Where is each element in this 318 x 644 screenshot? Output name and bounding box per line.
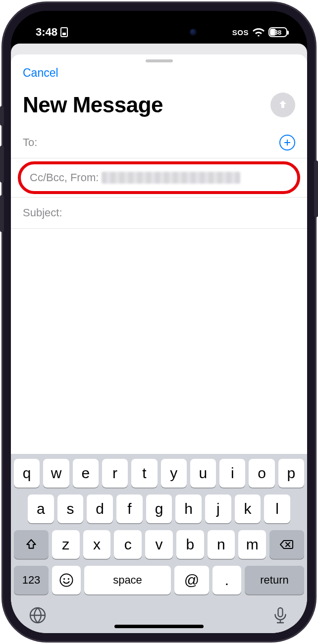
key-v[interactable]: v: [145, 530, 173, 559]
key-y[interactable]: y: [161, 459, 187, 488]
key-q[interactable]: q: [14, 459, 40, 488]
volume-up-button: [0, 146, 4, 183]
key-a[interactable]: a: [28, 495, 54, 523]
dictation-key[interactable]: [271, 606, 289, 626]
sos-indicator: SOS: [232, 28, 249, 37]
key-o[interactable]: o: [249, 459, 274, 488]
cancel-button[interactable]: Cancel: [23, 66, 58, 79]
return-key[interactable]: return: [245, 566, 304, 594]
key-n[interactable]: n: [208, 530, 235, 559]
to-field[interactable]: To:: [11, 127, 307, 158]
key-i[interactable]: i: [219, 459, 245, 488]
backspace-key[interactable]: [269, 530, 304, 559]
key-j[interactable]: j: [205, 495, 231, 523]
globe-key[interactable]: [29, 606, 47, 626]
front-camera: [190, 29, 197, 36]
ccbcc-label: Cc/Bcc, From:: [30, 171, 99, 184]
battery-icon: 38: [268, 27, 287, 37]
to-label: To:: [23, 136, 37, 149]
shift-key[interactable]: [14, 530, 49, 559]
volume-down-button: [0, 195, 4, 232]
svg-point-0: [60, 574, 73, 587]
key-t[interactable]: t: [131, 459, 157, 488]
send-button[interactable]: [270, 93, 295, 117]
key-r[interactable]: r: [102, 459, 128, 488]
space-key[interactable]: space: [84, 566, 171, 594]
key-e[interactable]: e: [73, 459, 99, 488]
key-c[interactable]: c: [114, 530, 142, 559]
key-d[interactable]: d: [87, 495, 113, 523]
key-h[interactable]: h: [175, 495, 202, 523]
key-m[interactable]: m: [238, 530, 266, 559]
key-x[interactable]: x: [83, 530, 111, 559]
status-time: 3:48: [36, 26, 57, 39]
at-key[interactable]: @: [174, 566, 209, 594]
subject-field[interactable]: Subject:: [11, 197, 307, 229]
svg-rect-4: [278, 608, 283, 617]
svg-point-1: [63, 578, 65, 580]
from-email-redacted: [102, 172, 240, 184]
compose-sheet: Cancel New Message To: Cc/Bcc, From:: [11, 54, 307, 633]
key-p[interactable]: p: [278, 459, 304, 488]
home-indicator[interactable]: [114, 625, 204, 628]
message-body[interactable]: [11, 229, 307, 454]
svg-point-2: [68, 578, 69, 580]
key-b[interactable]: b: [176, 530, 204, 559]
add-contact-button[interactable]: [279, 135, 295, 150]
iphone-frame: 3:48 SOS 38 Cancel New Message: [2, 2, 316, 642]
dual-sim-icon: [60, 27, 68, 37]
key-s[interactable]: s: [57, 495, 84, 523]
screen: 3:48 SOS 38 Cancel New Message: [11, 11, 307, 633]
side-button: [0, 106, 4, 126]
numbers-key[interactable]: 123: [14, 566, 49, 594]
emoji-key[interactable]: [52, 566, 81, 594]
subject-label: Subject:: [23, 206, 62, 219]
keyboard: qwertyuiop asdfghjkl zxcvbnm 123: [11, 454, 307, 633]
ccbcc-from-field[interactable]: Cc/Bcc, From:: [21, 164, 297, 191]
key-g[interactable]: g: [146, 495, 172, 523]
ccbcc-highlight: Cc/Bcc, From:: [18, 161, 300, 194]
compose-title: New Message: [23, 93, 163, 117]
key-u[interactable]: u: [190, 459, 216, 488]
key-f[interactable]: f: [116, 495, 143, 523]
key-w[interactable]: w: [43, 459, 69, 488]
key-l[interactable]: l: [264, 495, 290, 523]
wifi-icon: [253, 28, 265, 37]
dynamic-island: [114, 22, 204, 43]
power-button: [314, 160, 318, 217]
period-key[interactable]: .: [212, 566, 241, 594]
key-k[interactable]: k: [235, 495, 261, 523]
key-z[interactable]: z: [52, 530, 80, 559]
